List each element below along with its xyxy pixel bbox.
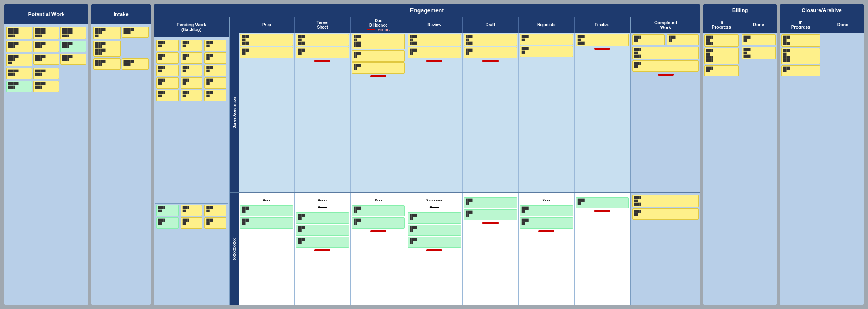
review-stickies: ██████ ██████ ██████ bbox=[408, 212, 461, 248]
sticky-note[interactable]: ██████ bbox=[408, 47, 461, 58]
sticky-note[interactable]: ██████ bbox=[520, 34, 573, 45]
sticky-note[interactable]: ██████████ bbox=[6, 41, 32, 52]
pending-row-jones: ██████ ██████ ██████ ██████ ██████ █████… bbox=[155, 39, 228, 204]
sticky-note-green[interactable]: ██████ bbox=[352, 205, 405, 216]
sticky-note[interactable]: ██████████ bbox=[742, 47, 776, 59]
sticky-note[interactable]: ██████ bbox=[204, 217, 226, 229]
sticky-note[interactable]: ██████████ bbox=[464, 34, 517, 46]
sticky-note[interactable]: ██████████ bbox=[122, 27, 149, 38]
sticky-note[interactable]: ████████████ bbox=[6, 54, 32, 66]
sticky-note[interactable]: ████████████████ bbox=[33, 27, 59, 39]
sticky-note[interactable]: ██████████ bbox=[781, 34, 820, 47]
sticky-note[interactable]: ██████ bbox=[181, 205, 203, 216]
sticky-note-green[interactable]: ██████ bbox=[156, 217, 179, 229]
wip-col-header-prep: Prep bbox=[239, 17, 295, 33]
intake-header: Intake bbox=[91, 4, 151, 24]
sticky-note-green[interactable]: ██████████ bbox=[6, 81, 32, 92]
sticky-note[interactable]: ██████ bbox=[632, 34, 665, 45]
sticky-note[interactable]: ██████████ bbox=[33, 68, 59, 79]
sticky-note-green[interactable]: ██████ bbox=[296, 212, 349, 224]
sticky-col: ████████████████ bbox=[6, 27, 32, 39]
sticky-note[interactable]: ██████ bbox=[204, 77, 226, 89]
sticky-note[interactable]: ██████ bbox=[204, 65, 226, 76]
wip-limit-bar bbox=[658, 74, 674, 76]
sticky-note[interactable]: ██████ bbox=[181, 217, 203, 229]
sticky-note[interactable]: ██████████ bbox=[296, 34, 349, 46]
sticky-note-green[interactable]: ██████ bbox=[520, 217, 573, 229]
sticky-note[interactable]: ██████████ bbox=[240, 34, 293, 46]
sticky-note[interactable]: ██████ bbox=[352, 62, 405, 74]
sticky-note[interactable]: ██████████ bbox=[6, 68, 32, 79]
sticky-note[interactable]: ██████ bbox=[632, 60, 699, 72]
sticky-note-green[interactable]: ██████ bbox=[296, 225, 349, 236]
wip-cell-review-jones: ██████████ ██████ bbox=[406, 33, 462, 192]
sticky-note[interactable]: ██████████ bbox=[704, 34, 739, 47]
sticky-note[interactable]: ████████████████ bbox=[60, 27, 86, 39]
wip-col-header-due-diligence: DueDiligence = wip limit bbox=[351, 17, 406, 33]
sticky-note-green[interactable]: ██████ bbox=[408, 237, 461, 248]
sticky-note[interactable]: ██████ bbox=[240, 47, 293, 58]
sticky-row: ██████████ ██████████ bbox=[6, 81, 86, 92]
sticky-note[interactable]: ██████ bbox=[156, 52, 179, 64]
sticky-note[interactable]: ██████ bbox=[667, 34, 699, 45]
sticky-note[interactable]: ██████ bbox=[632, 208, 699, 220]
sticky-note[interactable]: ██████████ bbox=[93, 58, 121, 70]
sticky-note[interactable]: ████████████████ bbox=[6, 27, 32, 39]
sticky-note-green[interactable]: ██████ bbox=[520, 205, 573, 216]
sticky-note[interactable]: ██████████ bbox=[60, 54, 86, 65]
sticky-note[interactable]: ██████████ bbox=[632, 195, 699, 207]
sticky-note-green[interactable]: ██████████ bbox=[60, 41, 86, 52]
sticky-note[interactable]: ██████████ bbox=[632, 47, 699, 59]
closure-done-header: Done bbox=[822, 16, 864, 33]
sticky-note-green[interactable]: ██████ bbox=[296, 237, 349, 248]
sticky-note[interactable]: ██████ bbox=[156, 40, 179, 51]
billing-in-progress-header: InProgress bbox=[703, 16, 740, 33]
sticky-note[interactable]: ██████████████ bbox=[781, 48, 820, 64]
sticky-note-green[interactable]: ██████ bbox=[156, 205, 179, 216]
sticky-note[interactable]: ██████ bbox=[156, 77, 179, 89]
sticky-note[interactable]: ██████████ bbox=[122, 58, 149, 70]
sticky-col: ████████████████ bbox=[33, 27, 59, 39]
strikethrough-text: Xxxxx Xxxxx bbox=[296, 196, 349, 210]
sticky-note[interactable]: ██████ bbox=[156, 90, 179, 101]
sticky-note[interactable]: ██████████████ bbox=[352, 34, 405, 49]
sticky-note[interactable]: ████████████ bbox=[93, 27, 121, 39]
sticky-note[interactable]: ██████ bbox=[181, 52, 203, 64]
sticky-note[interactable]: ██████████ bbox=[33, 41, 59, 52]
sticky-note-green[interactable]: ██████ bbox=[240, 205, 293, 216]
sticky-note[interactable]: ██████████ bbox=[408, 34, 461, 46]
sticky-note[interactable]: ██████ bbox=[204, 40, 226, 51]
sticky-note[interactable]: ██████ bbox=[296, 47, 349, 58]
sticky-note[interactable]: ██████ bbox=[520, 46, 573, 57]
sticky-note[interactable]: ██████ bbox=[781, 65, 820, 76]
row-label-text-project2: XXXXXXXXX bbox=[232, 238, 236, 260]
strikethrough-text: Xxxxxxxxx Xxxxx bbox=[408, 196, 461, 210]
sticky-note[interactable]: ██████ bbox=[156, 65, 179, 76]
prep-stickies: ██████ ██████ bbox=[240, 205, 293, 229]
sticky-note[interactable]: ██████ bbox=[704, 65, 739, 76]
sticky-note-green[interactable]: ██████ bbox=[408, 212, 461, 224]
sticky-note-green[interactable]: ██████ bbox=[464, 209, 517, 220]
sticky-row: ████████████ ██████████ bbox=[93, 27, 149, 39]
sticky-note[interactable]: ██████ bbox=[181, 90, 203, 101]
sticky-note[interactable]: ██████ bbox=[742, 34, 776, 45]
sticky-note-green[interactable]: ██████ bbox=[576, 197, 629, 208]
sticky-note[interactable]: ██████ bbox=[181, 40, 203, 51]
sticky-note-green[interactable]: ██████ bbox=[240, 217, 293, 229]
sticky-note[interactable]: ██████ bbox=[181, 65, 203, 76]
sticky-note[interactable]: ██████ bbox=[352, 50, 405, 62]
sticky-note[interactable]: ██████ bbox=[204, 205, 226, 216]
sticky-note[interactable]: ██████████ bbox=[33, 81, 59, 92]
sticky-note[interactable]: ██████████ bbox=[576, 34, 629, 46]
sticky-note[interactable]: ██████████████ bbox=[704, 48, 739, 64]
sticky-note[interactable]: ██████ bbox=[204, 52, 226, 64]
sticky-note[interactable]: ████████████████████ bbox=[93, 41, 121, 56]
sticky-note[interactable]: ██████ bbox=[181, 77, 203, 89]
sticky-note-green[interactable]: ██████ bbox=[352, 217, 405, 229]
sticky-note[interactable]: ██████ bbox=[464, 47, 517, 58]
sticky-note[interactable]: ██████ bbox=[204, 90, 226, 101]
sticky-note-green[interactable]: ██████ bbox=[408, 225, 461, 236]
sticky-note[interactable]: ██████████ bbox=[33, 54, 59, 65]
intake-body: ████████████ ██████████ ████████████████… bbox=[91, 24, 151, 305]
sticky-note-green[interactable]: ██████ bbox=[464, 197, 517, 208]
